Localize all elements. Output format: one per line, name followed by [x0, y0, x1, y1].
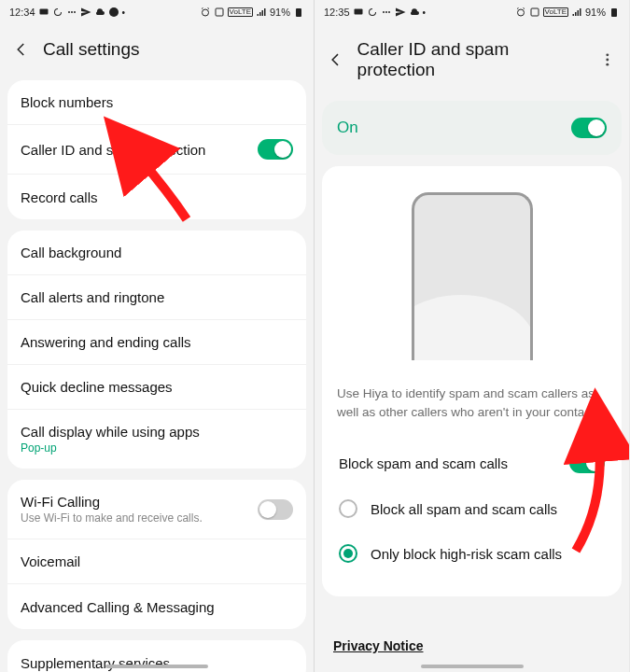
row-label: Call background: [21, 245, 121, 260]
battery-icon: [609, 7, 620, 18]
row-call-alerts[interactable]: Call alerts and ringtone: [7, 275, 306, 320]
alarm-icon: [200, 7, 211, 18]
signal-icon: [571, 7, 582, 18]
row-caller-id-spam[interactable]: Caller ID and spam protection: [7, 125, 306, 175]
group-call-options: Call background Call alerts and ringtone…: [7, 231, 306, 469]
svg-rect-8: [354, 9, 362, 15]
statusbar: 12:34 • VoLTE 91%: [0, 0, 314, 24]
block-spam-toggle[interactable]: [569, 453, 605, 473]
home-indicator[interactable]: [105, 665, 208, 668]
battery-pct: 91%: [585, 7, 606, 18]
clock: 12:34: [9, 7, 35, 18]
status-right: VoLTE 91%: [200, 7, 304, 18]
row-answering-ending[interactable]: Answering and ending calls: [7, 320, 306, 365]
row-label: Voicemail: [21, 553, 80, 569]
row-label: Block numbers: [21, 94, 113, 110]
home-indicator[interactable]: [421, 665, 524, 668]
facebook-icon: [108, 7, 119, 18]
row-wifi-calling[interactable]: Wi-Fi Calling Use Wi-Fi to make and rece…: [7, 480, 306, 539]
status-left: 12:34 •: [9, 7, 125, 18]
battery-pct: 91%: [270, 7, 290, 18]
svg-point-11: [388, 11, 390, 13]
option-block-highrisk[interactable]: Only block high-risk scam calls: [337, 531, 607, 576]
row-label: Answering and ending calls: [21, 334, 191, 350]
svg-point-2: [71, 11, 73, 13]
svg-rect-0: [39, 9, 48, 15]
svg-point-16: [607, 59, 609, 62]
option-label: Only block high-risk scam calls: [371, 546, 562, 562]
row-call-background[interactable]: Call background: [7, 231, 306, 275]
wifi-calling-toggle[interactable]: [258, 499, 293, 520]
row-sublabel: Pop-up: [21, 441, 293, 455]
group-network: Wi-Fi Calling Use Wi-Fi to make and rece…: [7, 480, 306, 629]
row-label: Call display while using apps: [21, 424, 293, 440]
svg-point-1: [68, 11, 70, 13]
nfc-icon: [529, 7, 540, 18]
svg-point-5: [202, 9, 208, 16]
battery-icon: [293, 7, 304, 18]
master-label: On: [337, 119, 571, 137]
radio-icon[interactable]: [339, 499, 357, 518]
svg-rect-6: [216, 8, 223, 16]
row-block-numbers[interactable]: Block numbers: [7, 80, 306, 125]
option-label: Block all spam and scam calls: [371, 501, 557, 517]
more-dot: •: [423, 7, 427, 18]
volte-badge: VoLTE: [228, 7, 253, 17]
clock: 12:35: [324, 7, 350, 18]
privacy-notice-link[interactable]: Privacy Notice: [333, 638, 424, 653]
alarm-icon: [515, 7, 526, 18]
send-icon: [80, 7, 91, 18]
hero-card: Use Hiya to identify spam and scam calle…: [322, 166, 622, 596]
dots-icon: [381, 7, 392, 18]
svg-point-15: [607, 53, 609, 56]
phone-illustration: [412, 192, 533, 360]
row-sublabel: Use Wi-Fi to make and receive calls.: [21, 511, 258, 525]
row-label: Block spam and scam calls: [339, 455, 508, 471]
svg-point-4: [109, 7, 119, 17]
hero-description: Use Hiya to identify spam and scam calle…: [337, 385, 607, 421]
message-icon: [38, 7, 49, 18]
cycle-icon: [52, 7, 63, 18]
row-advanced-calling[interactable]: Advanced Calling & Messaging: [7, 584, 306, 629]
row-label: Caller ID and spam protection: [21, 142, 205, 158]
row-label: Wi-Fi Calling: [21, 494, 258, 510]
volte-badge: VoLTE: [543, 7, 568, 17]
row-quick-decline[interactable]: Quick decline messages: [7, 365, 306, 410]
caller-id-toggle[interactable]: [258, 139, 293, 160]
row-voicemail[interactable]: Voicemail: [7, 539, 306, 584]
dots-icon: [66, 7, 77, 18]
row-label: Advanced Calling & Messaging: [21, 599, 215, 615]
row-label: Record calls: [21, 189, 98, 205]
row-record-calls[interactable]: Record calls: [7, 175, 306, 219]
header: Caller ID and spam protection: [315, 24, 629, 101]
group-block-id: Block numbers Caller ID and spam protect…: [7, 80, 306, 219]
back-icon[interactable]: [13, 41, 30, 58]
nfc-icon: [214, 7, 225, 18]
svg-rect-13: [531, 8, 539, 16]
svg-point-3: [74, 11, 76, 13]
cloud-icon: [409, 7, 420, 18]
row-label: Quick decline messages: [21, 379, 173, 395]
svg-point-17: [607, 63, 609, 66]
row-label: Call alerts and ringtone: [21, 289, 164, 305]
master-toggle[interactable]: [571, 118, 607, 138]
master-switch-row[interactable]: On: [322, 101, 622, 155]
option-block-all[interactable]: Block all spam and scam calls: [337, 486, 607, 531]
phone-left-call-settings: 12:34 • VoLTE 91% Call settings Block nu…: [0, 0, 315, 672]
status-right: VoLTE 91%: [515, 7, 620, 18]
row-block-spam-calls[interactable]: Block spam and scam calls: [337, 440, 607, 486]
cycle-icon: [367, 7, 378, 18]
svg-rect-14: [611, 8, 617, 17]
statusbar: 12:35 • VoLTE 91%: [315, 0, 629, 24]
send-icon: [395, 7, 406, 18]
page-title: Call settings: [43, 39, 140, 60]
more-icon[interactable]: [599, 51, 616, 68]
svg-point-10: [385, 11, 387, 13]
radio-icon[interactable]: [339, 544, 357, 563]
row-call-display[interactable]: Call display while using apps Pop-up: [7, 410, 306, 469]
back-icon[interactable]: [328, 51, 344, 68]
page-title: Caller ID and spam protection: [357, 39, 587, 80]
svg-rect-7: [296, 8, 301, 17]
svg-point-9: [383, 11, 385, 13]
svg-point-12: [517, 9, 524, 16]
